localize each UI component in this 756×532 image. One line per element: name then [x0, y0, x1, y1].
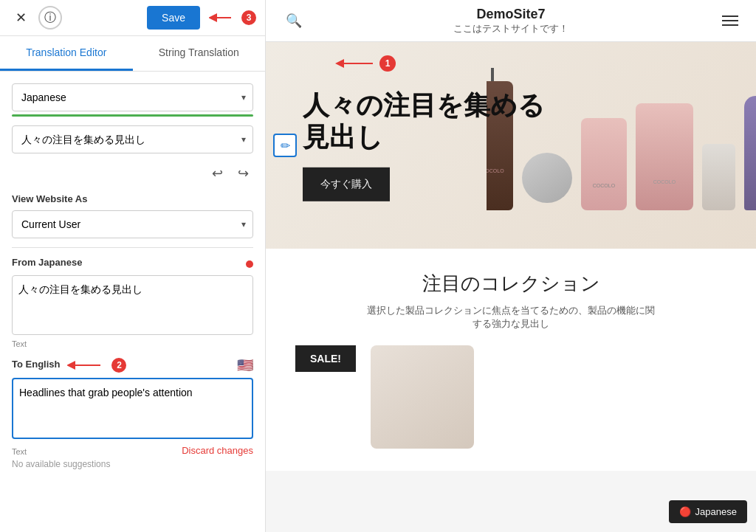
undo-button[interactable]: ↩	[207, 162, 227, 184]
redo-icon: ↪	[238, 166, 249, 181]
annotation-badge-2: 2	[111, 358, 126, 373]
from-section: From Japanese 人々の注目を集める見出し Text	[12, 247, 253, 348]
products-subtitle: 選択した製品コレクションに焦点を当てるための、製品の機能に関する強力な見出し	[363, 304, 659, 331]
from-field-type: Text	[12, 339, 253, 348]
from-header: From Japanese	[12, 257, 253, 271]
site-header: 🔍 DemoSite7 ここはテストサイトです！	[266, 0, 756, 42]
view-website-as-label: View Website As	[12, 193, 253, 204]
to-section: To English 2 🇺🇸 Headlines that grab peo	[12, 357, 253, 469]
us-flag-icon: 🇺🇸	[237, 357, 253, 373]
pink-bottle: COCOLO	[581, 118, 627, 210]
discard-changes-link[interactable]: Discard changes	[182, 445, 253, 456]
tab-string-translation[interactable]: String Translation	[133, 36, 266, 71]
redo-button[interactable]: ↪	[233, 162, 253, 184]
string-select-wrapper: 人々の注目を集める見出し ▾	[12, 125, 253, 153]
sale-badge: SALE!	[295, 345, 356, 372]
sale-badge-label: SALE!	[295, 345, 356, 372]
hamburger-line-3	[722, 24, 738, 26]
undo-icon: ↩	[212, 166, 223, 181]
to-field-type: Text	[12, 447, 27, 456]
view-as-select[interactable]: Current User Guest Admin	[12, 210, 253, 238]
view-as-select-wrapper: Current User Guest Admin ▾	[12, 210, 253, 238]
small-glass	[702, 144, 735, 210]
annotation-1: 1	[332, 55, 396, 72]
red-dot-indicator	[246, 260, 253, 268]
large-pink-label: COCOLO	[653, 179, 676, 184]
hamburger-line-2	[722, 20, 738, 21]
from-textarea[interactable]: 人々の注目を集める見出し	[12, 275, 253, 335]
undo-redo-bar: ↩ ↪	[12, 162, 253, 184]
close-icon: ✕	[16, 10, 27, 26]
tabs-bar: Translation Editor String Translation	[0, 36, 265, 72]
string-select[interactable]: 人々の注目を集める見出し	[12, 125, 253, 153]
hero-headline: 人々の注目を集める見出し	[303, 89, 561, 153]
search-button[interactable]: 🔍	[281, 7, 307, 34]
pencil-icon: ✏	[281, 139, 290, 153]
site-tagline: ここはテストサイトです！	[453, 22, 568, 35]
top-bar: ✕ ⓘ Save 3	[0, 0, 265, 36]
language-select[interactable]: Japanese English Spanish French	[12, 83, 253, 111]
language-select-wrapper: Japanese English Spanish French ▾	[12, 83, 253, 111]
tab-translation-editor[interactable]: Translation Editor	[0, 36, 133, 71]
to-header: To English 2 🇺🇸	[12, 357, 253, 373]
to-label-row: To English 2	[12, 358, 126, 373]
product-card-placeholder	[371, 345, 474, 449]
large-pink-bottle: COCOLO	[636, 103, 693, 210]
search-icon: 🔍	[286, 13, 302, 29]
hamburger-line-1	[722, 15, 738, 17]
lang-label: Japanese	[695, 506, 737, 517]
hero-buy-button[interactable]: 今すぐ購入	[303, 167, 390, 201]
hamburger-menu[interactable]	[719, 13, 741, 29]
panel-content: Japanese English Spanish French ▾ 人々の注目を…	[0, 72, 265, 481]
hero-section: ✏ 1 人々の注目を集める見出し 今すぐ購入	[266, 42, 756, 249]
site-title-block: DemoSite7 ここはテストサイトです！	[453, 7, 568, 35]
pink-label: COCOLO	[593, 183, 615, 188]
left-panel: ✕ ⓘ Save 3 Translation Editor String Tra…	[0, 0, 266, 532]
products-section: 注目のコレクション 選択した製品コレクションに焦点を当てるための、製品の機能に関…	[266, 249, 756, 471]
to-textarea[interactable]: Headlines that grab people's attention	[12, 378, 253, 439]
edit-pencil-button[interactable]: ✏	[273, 134, 297, 157]
suggestions-label: No available suggestions	[12, 459, 253, 469]
from-label: From Japanese	[12, 257, 82, 268]
to-label: To English	[12, 359, 60, 370]
language-badge[interactable]: 🔴 Japanese	[669, 500, 747, 523]
annotation-badge-3: 3	[241, 10, 256, 25]
save-button[interactable]: Save	[147, 6, 200, 30]
arrow-annotation-1-svg	[332, 56, 377, 71]
view-website-as-section: View Website As Current User Guest Admin…	[12, 193, 253, 238]
arrow-annotation-2	[67, 359, 104, 372]
info-icon: ⓘ	[44, 10, 56, 26]
lang-flag: 🔴	[679, 506, 691, 517]
arrow-annotation-3	[209, 10, 238, 25]
products-row: SALE!	[281, 345, 741, 449]
hero-text-block: 人々の注目を集める見出し 今すぐ購入	[303, 89, 561, 201]
products-title: 注目のコレクション	[281, 271, 741, 297]
info-button[interactable]: ⓘ	[38, 6, 62, 30]
annotation-badge-1: 1	[379, 55, 396, 72]
green-underline	[12, 114, 253, 117]
lavender	[744, 96, 756, 210]
close-button[interactable]: ✕	[9, 6, 32, 30]
right-panel: 🔍 DemoSite7 ここはテストサイトです！ ✏	[266, 0, 756, 532]
site-name: DemoSite7	[453, 7, 568, 22]
